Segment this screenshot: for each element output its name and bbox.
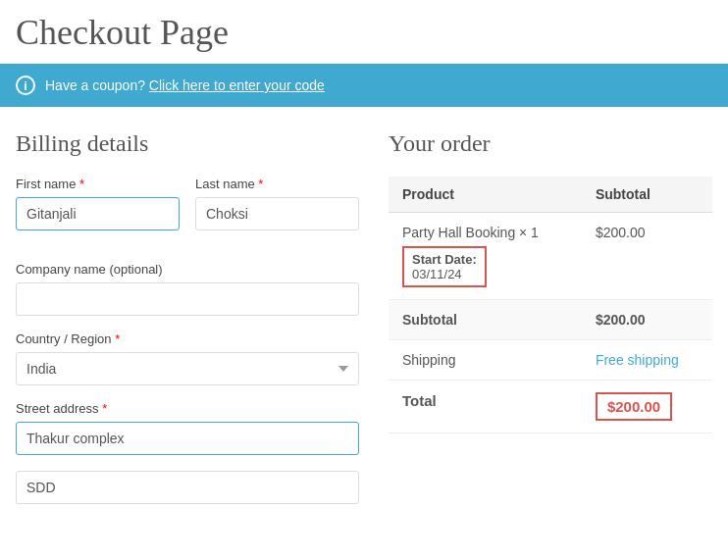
subtotal-col-header: Subtotal	[582, 177, 712, 213]
street-address-input-2[interactable]	[16, 471, 359, 504]
info-icon: i	[16, 76, 35, 95]
shipping-value-cell: Free shipping	[582, 340, 712, 381]
company-name-group: Company name (optional)	[16, 262, 359, 316]
page-title: Checkout Page	[16, 12, 712, 53]
page-header: Checkout Page	[0, 0, 728, 64]
shipping-label-cell: Shipping	[389, 340, 582, 381]
product-row: Party Hall Booking × 1 Start Date: 03/11…	[389, 213, 712, 300]
street-required: *	[102, 401, 107, 416]
company-name-input[interactable]	[16, 282, 359, 316]
first-name-input[interactable]	[16, 197, 180, 230]
street-address-input-1[interactable]	[16, 422, 359, 455]
name-row: First name * Last name *	[16, 177, 359, 246]
street-address-group: Street address *	[16, 401, 359, 455]
billing-section: Billing details First name * Last name *…	[16, 130, 389, 520]
country-label: Country / Region *	[16, 331, 359, 346]
shipping-link[interactable]: Free shipping	[596, 352, 679, 368]
main-content: Billing details First name * Last name *…	[0, 107, 728, 543]
country-required: *	[115, 331, 120, 346]
total-label-cell: Total	[389, 381, 582, 433]
product-cell: Party Hall Booking × 1 Start Date: 03/11…	[389, 213, 582, 300]
shipping-row: Shipping Free shipping	[389, 340, 712, 381]
country-select[interactable]: India United States United Kingdom	[16, 352, 359, 385]
first-name-group: First name *	[16, 177, 180, 230]
billing-title: Billing details	[16, 130, 359, 157]
coupon-text: Have a coupon? Click here to enter your …	[45, 77, 325, 93]
product-price-cell: $200.00	[582, 213, 712, 300]
first-name-label: First name *	[16, 177, 180, 191]
order-table: Product Subtotal Party Hall Booking × 1 …	[389, 177, 712, 433]
product-name: Party Hall Booking × 1	[402, 225, 568, 240]
company-name-label: Company name (optional)	[16, 262, 359, 277]
coupon-link[interactable]: Click here to enter your code	[149, 77, 325, 93]
first-name-required: *	[79, 177, 84, 191]
country-group: Country / Region * India United States U…	[16, 331, 359, 385]
street-address-2-group	[16, 471, 359, 504]
order-title: Your order	[389, 130, 712, 157]
subtotal-value-cell: $200.00	[582, 300, 712, 340]
last-name-input[interactable]	[195, 197, 359, 230]
order-table-header: Product Subtotal	[389, 177, 712, 213]
start-date-value: 03/11/24	[412, 267, 462, 281]
start-date-box: Start Date: 03/11/24	[402, 246, 487, 287]
subtotal-label-cell: Subtotal	[389, 300, 582, 340]
street-address-label: Street address *	[16, 401, 359, 416]
last-name-group: Last name *	[195, 177, 359, 230]
product-col-header: Product	[389, 177, 582, 213]
last-name-label: Last name *	[195, 177, 359, 191]
order-section: Your order Product Subtotal Party Hall B…	[389, 130, 712, 520]
total-row: Total $200.00	[389, 381, 712, 433]
subtotal-row: Subtotal $200.00	[389, 300, 712, 340]
total-value-cell: $200.00	[582, 381, 712, 433]
coupon-banner: i Have a coupon? Click here to enter you…	[0, 64, 728, 107]
last-name-required: *	[258, 177, 263, 191]
total-price-box: $200.00	[596, 392, 672, 421]
start-date-label: Start Date:	[412, 252, 477, 267]
